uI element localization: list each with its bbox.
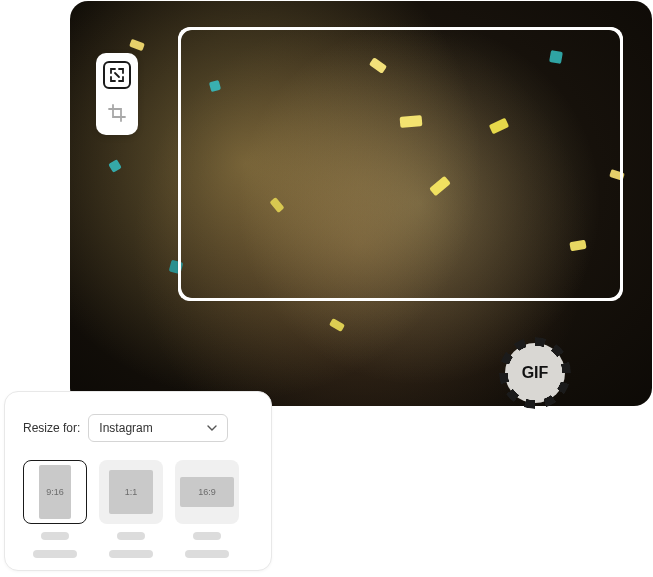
ratio-label: 16:9 — [198, 487, 216, 497]
resize-icon — [109, 67, 125, 83]
resize-panel: Resize for: Instagram 9:16 1:1 — [4, 391, 272, 571]
crop-tool-button[interactable] — [103, 99, 131, 127]
gif-badge: GIF — [505, 343, 565, 403]
ratio-caption-placeholder — [109, 550, 153, 558]
ratio-caption-placeholder — [117, 532, 145, 540]
aspect-ratio-row: 9:16 1:1 16:9 — [23, 460, 253, 558]
ratio-caption-placeholder — [193, 532, 221, 540]
ratio-label: 1:1 — [125, 487, 138, 497]
ratio-tile-1-1[interactable]: 1:1 — [99, 460, 163, 524]
dropdown-value: Instagram — [99, 421, 152, 435]
ratio-tile-9-16[interactable]: 9:16 — [23, 460, 87, 524]
ratio-preview: 9:16 — [39, 465, 71, 519]
gif-badge-ring — [499, 337, 571, 409]
ratio-caption-placeholder — [33, 550, 77, 558]
resize-label: Resize for: — [23, 421, 80, 435]
ratio-item-9-16: 9:16 — [23, 460, 87, 558]
ratio-label: 9:16 — [46, 487, 64, 497]
ratio-tile-16-9[interactable]: 16:9 — [175, 460, 239, 524]
crop-frame[interactable] — [178, 27, 623, 301]
ratio-preview: 16:9 — [180, 477, 234, 507]
ratio-item-1-1: 1:1 — [99, 460, 163, 558]
ratio-caption-placeholder — [41, 532, 69, 540]
crop-icon — [108, 104, 126, 122]
resize-row: Resize for: Instagram — [23, 414, 253, 442]
chevron-down-icon — [207, 423, 217, 433]
tool-panel — [96, 53, 138, 135]
ratio-item-16-9: 16:9 — [175, 460, 239, 558]
platform-dropdown[interactable]: Instagram — [88, 414, 228, 442]
ratio-caption-placeholder — [185, 550, 229, 558]
ratio-preview: 1:1 — [109, 470, 153, 514]
resize-tool-button[interactable] — [103, 61, 131, 89]
